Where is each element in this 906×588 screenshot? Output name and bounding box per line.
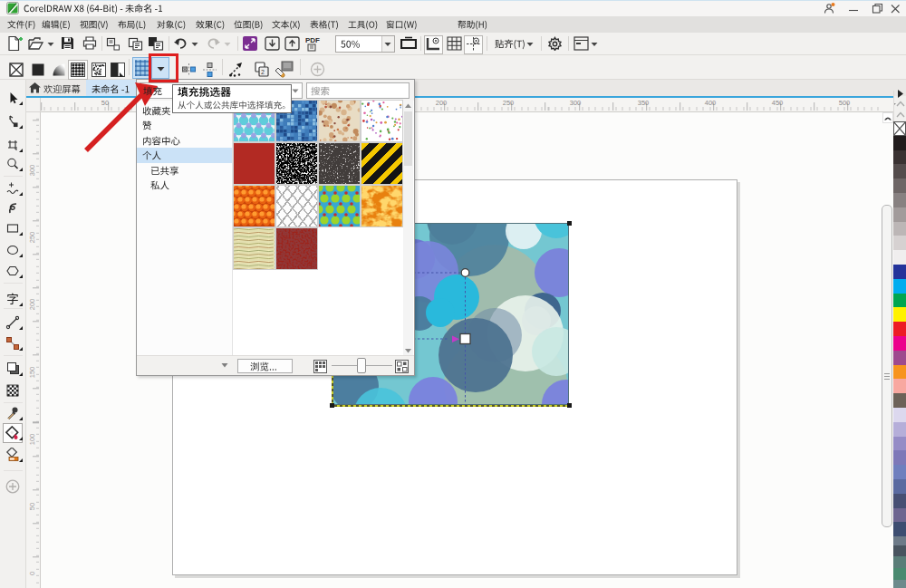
svg-text:2: 2 — [261, 69, 265, 75]
svg-text:PDF: PDF — [305, 36, 320, 44]
